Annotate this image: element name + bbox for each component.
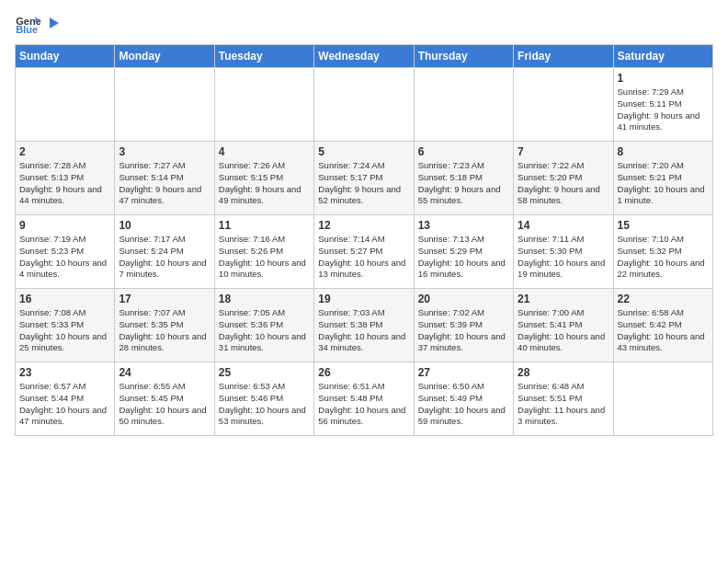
calendar-cell: 13Sunrise: 7:13 AM Sunset: 5:29 PM Dayli… — [414, 215, 513, 289]
calendar-cell — [414, 68, 513, 142]
day-info: Sunrise: 7:20 AM Sunset: 5:21 PM Dayligh… — [618, 160, 709, 207]
calendar-cell: 4Sunrise: 7:26 AM Sunset: 5:15 PM Daylig… — [214, 142, 313, 215]
day-info: Sunrise: 6:51 AM Sunset: 5:48 PM Dayligh… — [318, 381, 409, 428]
day-number: 4 — [219, 145, 310, 158]
day-number: 26 — [318, 366, 409, 379]
calendar-cell — [16, 68, 115, 142]
page-header: General Blue — [15, 15, 713, 35]
day-number: 13 — [418, 219, 509, 232]
calendar-week-row: 16Sunrise: 7:08 AM Sunset: 5:33 PM Dayli… — [16, 289, 713, 362]
calendar-cell: 28Sunrise: 6:48 AM Sunset: 5:51 PM Dayli… — [514, 362, 613, 436]
day-info: Sunrise: 6:53 AM Sunset: 5:46 PM Dayligh… — [219, 381, 310, 428]
calendar-cell: 22Sunrise: 6:58 AM Sunset: 5:42 PM Dayli… — [613, 289, 712, 362]
calendar-cell: 8Sunrise: 7:20 AM Sunset: 5:21 PM Daylig… — [613, 142, 712, 215]
day-info: Sunrise: 6:58 AM Sunset: 5:42 PM Dayligh… — [618, 307, 709, 354]
calendar-cell: 9Sunrise: 7:19 AM Sunset: 5:23 PM Daylig… — [16, 215, 115, 289]
day-number: 10 — [119, 219, 210, 232]
day-info: Sunrise: 6:57 AM Sunset: 5:44 PM Dayligh… — [19, 381, 110, 428]
day-info: Sunrise: 7:28 AM Sunset: 5:13 PM Dayligh… — [19, 160, 110, 207]
day-info: Sunrise: 7:26 AM Sunset: 5:15 PM Dayligh… — [219, 160, 310, 207]
day-number: 17 — [119, 293, 210, 305]
calendar-cell: 1Sunrise: 7:29 AM Sunset: 5:11 PM Daylig… — [613, 68, 712, 142]
calendar-cell — [314, 68, 414, 142]
day-number: 7 — [518, 145, 609, 158]
calendar-cell: 17Sunrise: 7:07 AM Sunset: 5:35 PM Dayli… — [115, 289, 214, 362]
day-info: Sunrise: 7:24 AM Sunset: 5:17 PM Dayligh… — [318, 160, 409, 207]
day-info: Sunrise: 7:16 AM Sunset: 5:26 PM Dayligh… — [219, 234, 310, 281]
day-number: 23 — [19, 366, 110, 379]
day-info: Sunrise: 6:50 AM Sunset: 5:49 PM Dayligh… — [418, 381, 509, 428]
day-number: 27 — [418, 366, 509, 379]
calendar-cell: 11Sunrise: 7:16 AM Sunset: 5:26 PM Dayli… — [214, 215, 313, 289]
calendar-cell: 2Sunrise: 7:28 AM Sunset: 5:13 PM Daylig… — [16, 142, 115, 215]
calendar-cell: 15Sunrise: 7:10 AM Sunset: 5:32 PM Dayli… — [613, 215, 712, 289]
day-number: 2 — [19, 145, 110, 158]
calendar-cell — [214, 68, 313, 142]
weekday-header: Monday — [115, 45, 214, 68]
calendar-week-row: 2Sunrise: 7:28 AM Sunset: 5:13 PM Daylig… — [16, 142, 713, 215]
day-number: 3 — [119, 145, 210, 158]
calendar-week-row: 1Sunrise: 7:29 AM Sunset: 5:11 PM Daylig… — [16, 68, 713, 142]
calendar-cell: 25Sunrise: 6:53 AM Sunset: 5:46 PM Dayli… — [214, 362, 313, 436]
day-info: Sunrise: 7:00 AM Sunset: 5:41 PM Dayligh… — [518, 307, 609, 354]
day-info: Sunrise: 7:10 AM Sunset: 5:32 PM Dayligh… — [618, 234, 709, 281]
day-number: 5 — [318, 145, 409, 158]
day-info: Sunrise: 7:19 AM Sunset: 5:23 PM Dayligh… — [19, 234, 110, 281]
day-number: 12 — [318, 219, 409, 232]
weekday-header: Saturday — [613, 45, 712, 68]
calendar-cell: 19Sunrise: 7:03 AM Sunset: 5:38 PM Dayli… — [314, 289, 414, 362]
calendar-cell — [115, 68, 214, 142]
calendar-cell: 23Sunrise: 6:57 AM Sunset: 5:44 PM Dayli… — [16, 362, 115, 436]
calendar-cell: 24Sunrise: 6:55 AM Sunset: 5:45 PM Dayli… — [115, 362, 214, 436]
day-number: 22 — [618, 293, 709, 305]
day-info: Sunrise: 7:11 AM Sunset: 5:30 PM Dayligh… — [518, 234, 609, 281]
day-info: Sunrise: 7:03 AM Sunset: 5:38 PM Dayligh… — [318, 307, 409, 354]
day-info: Sunrise: 6:48 AM Sunset: 5:51 PM Dayligh… — [518, 381, 609, 428]
day-number: 28 — [518, 366, 609, 379]
day-number: 6 — [418, 145, 509, 158]
calendar-cell: 5Sunrise: 7:24 AM Sunset: 5:17 PM Daylig… — [314, 142, 414, 215]
calendar-cell: 18Sunrise: 7:05 AM Sunset: 5:36 PM Dayli… — [214, 289, 313, 362]
day-info: Sunrise: 7:14 AM Sunset: 5:27 PM Dayligh… — [318, 234, 409, 281]
day-info: Sunrise: 7:13 AM Sunset: 5:29 PM Dayligh… — [418, 234, 509, 281]
day-info: Sunrise: 7:07 AM Sunset: 5:35 PM Dayligh… — [119, 307, 210, 354]
day-info: Sunrise: 7:02 AM Sunset: 5:39 PM Dayligh… — [418, 307, 509, 354]
day-info: Sunrise: 7:22 AM Sunset: 5:20 PM Dayligh… — [518, 160, 609, 207]
day-info: Sunrise: 7:08 AM Sunset: 5:33 PM Dayligh… — [19, 307, 110, 354]
day-number: 24 — [119, 366, 210, 379]
calendar-cell: 10Sunrise: 7:17 AM Sunset: 5:24 PM Dayli… — [115, 215, 214, 289]
day-number: 20 — [418, 293, 509, 305]
day-number: 9 — [19, 219, 110, 232]
weekday-header: Sunday — [16, 45, 115, 68]
calendar-cell: 20Sunrise: 7:02 AM Sunset: 5:39 PM Dayli… — [414, 289, 513, 362]
calendar-cell: 14Sunrise: 7:11 AM Sunset: 5:30 PM Dayli… — [514, 215, 613, 289]
day-number: 25 — [219, 366, 310, 379]
day-info: Sunrise: 7:27 AM Sunset: 5:14 PM Dayligh… — [119, 160, 210, 207]
calendar-cell: 26Sunrise: 6:51 AM Sunset: 5:48 PM Dayli… — [314, 362, 414, 436]
day-info: Sunrise: 7:23 AM Sunset: 5:18 PM Dayligh… — [418, 160, 509, 207]
day-info: Sunrise: 7:29 AM Sunset: 5:11 PM Dayligh… — [618, 86, 709, 133]
day-number: 14 — [518, 219, 609, 232]
logo-arrow-icon — [46, 16, 61, 30]
calendar-week-row: 9Sunrise: 7:19 AM Sunset: 5:23 PM Daylig… — [16, 215, 713, 289]
calendar-cell: 3Sunrise: 7:27 AM Sunset: 5:14 PM Daylig… — [115, 142, 214, 215]
day-number: 1 — [618, 72, 709, 85]
day-number: 15 — [618, 219, 709, 232]
header-row: SundayMondayTuesdayWednesdayThursdayFrid… — [16, 45, 713, 68]
day-info: Sunrise: 7:05 AM Sunset: 5:36 PM Dayligh… — [219, 307, 310, 354]
calendar-cell: 21Sunrise: 7:00 AM Sunset: 5:41 PM Dayli… — [514, 289, 613, 362]
calendar-cell: 12Sunrise: 7:14 AM Sunset: 5:27 PM Dayli… — [314, 215, 414, 289]
logo-icon: General Blue — [15, 15, 40, 35]
calendar-cell — [613, 362, 712, 436]
day-number: 8 — [618, 145, 709, 158]
calendar-table: SundayMondayTuesdayWednesdayThursdayFrid… — [15, 44, 713, 436]
day-info: Sunrise: 6:55 AM Sunset: 5:45 PM Dayligh… — [119, 381, 210, 428]
day-number: 16 — [19, 293, 110, 305]
day-info: Sunrise: 7:17 AM Sunset: 5:24 PM Dayligh… — [119, 234, 210, 281]
calendar-cell — [514, 68, 613, 142]
day-number: 21 — [518, 293, 609, 305]
weekday-header: Wednesday — [314, 45, 414, 68]
calendar-cell: 27Sunrise: 6:50 AM Sunset: 5:49 PM Dayli… — [414, 362, 513, 436]
logo: General Blue — [15, 15, 61, 35]
weekday-header: Tuesday — [214, 45, 313, 68]
